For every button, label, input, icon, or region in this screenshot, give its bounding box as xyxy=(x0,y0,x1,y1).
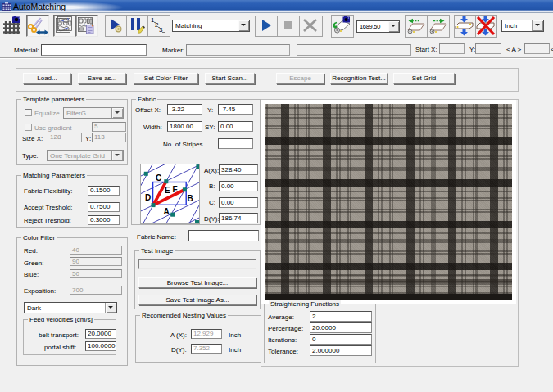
svg-text:F: F xyxy=(173,185,178,194)
svg-text:E: E xyxy=(165,186,170,195)
svg-text:B: B xyxy=(188,194,193,203)
svg-text:A: A xyxy=(164,207,170,216)
svg-text:D: D xyxy=(145,193,151,202)
svg-text:C: C xyxy=(156,173,161,182)
